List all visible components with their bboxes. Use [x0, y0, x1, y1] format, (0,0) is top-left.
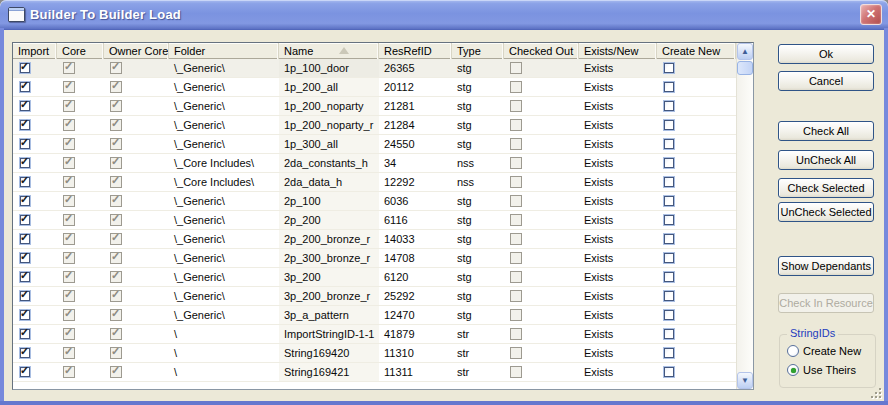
title-bar[interactable]: Builder To Builder Load ✕: [0, 0, 888, 30]
import-checkbox[interactable]: ✓: [19, 138, 31, 150]
create-new-checkbox[interactable]: [663, 290, 675, 302]
create-new-checkbox[interactable]: [663, 119, 675, 131]
import-checkbox[interactable]: ✓: [19, 214, 31, 226]
scroll-down-icon[interactable]: ▼: [737, 372, 753, 389]
create-new-checkbox[interactable]: [663, 328, 675, 340]
create-new-checkbox[interactable]: [663, 233, 675, 245]
table-row[interactable]: ✓✓✓\_Core Includes\2da_data_h12292nssExi…: [13, 173, 736, 192]
scrollbar-track[interactable]: [737, 75, 753, 372]
table-row[interactable]: ✓✓✓\_Generic\3p_200_bronze_r25292stgExis…: [13, 287, 736, 306]
cell-exists_new: Exists: [579, 211, 657, 229]
scroll-up-icon[interactable]: ▲: [737, 43, 753, 60]
table-row[interactable]: ✓✓✓\_Generic\1p_300_all24550stgExists: [13, 135, 736, 154]
create-new-checkbox[interactable]: [663, 195, 675, 207]
column-header-resrefid[interactable]: ResRefID: [379, 43, 452, 59]
table-row[interactable]: ✓✓✓\_Generic\1p_200_noparty21281stgExist…: [13, 97, 736, 116]
create-new-checkbox[interactable]: [663, 157, 675, 169]
create-new-checkbox[interactable]: [663, 62, 675, 74]
import-checkbox[interactable]: ✓: [19, 252, 31, 264]
import-checkbox[interactable]: ✓: [19, 233, 31, 245]
create-new-checkbox[interactable]: [663, 100, 675, 112]
table-row[interactable]: ✓✓✓\_Generic\1p_100_door26365stgExists: [13, 59, 736, 78]
table-row[interactable]: ✓✓✓\_Generic\2p_200_bronze_r14033stgExis…: [13, 230, 736, 249]
cell-owner_core: ✓: [104, 325, 169, 343]
table-row[interactable]: ✓✓✓\String16942011310strExists: [13, 344, 736, 363]
column-header-exists_new[interactable]: Exists/New: [579, 43, 657, 59]
vertical-scrollbar[interactable]: ▲ ▼: [736, 43, 753, 389]
cell-folder: \_Generic\: [169, 78, 279, 96]
resize-grip[interactable]: [869, 386, 882, 399]
radio-create-new[interactable]: Create New: [787, 345, 861, 357]
table-row[interactable]: ✓✓✓\_Generic\2p_2006116stgExists: [13, 211, 736, 230]
table-row[interactable]: ✓✓✓\_Generic\2p_300_bronze_r14708stgExis…: [13, 249, 736, 268]
import-checkbox[interactable]: ✓: [19, 347, 31, 359]
create-new-checkbox[interactable]: [663, 347, 675, 359]
create-new-checkbox[interactable]: [663, 214, 675, 226]
checkmark-icon: ✓: [111, 60, 120, 73]
import-checkbox[interactable]: ✓: [19, 290, 31, 302]
table-row[interactable]: ✓✓✓\_Generic\1p_200_noparty_r21284stgExi…: [13, 116, 736, 135]
column-header-name[interactable]: Name: [279, 43, 379, 59]
radio-button-icon[interactable]: [787, 364, 799, 376]
create-new-checkbox[interactable]: [663, 176, 675, 188]
import-checkbox[interactable]: ✓: [19, 309, 31, 321]
table-row[interactable]: ✓✓✓\_Generic\3p_a_pattern12470stgExists: [13, 306, 736, 325]
create-new-checkbox[interactable]: [663, 252, 675, 264]
import-checkbox[interactable]: ✓: [19, 157, 31, 169]
cell-resrefid: 24550: [379, 135, 452, 153]
create-new-checkbox[interactable]: [663, 271, 675, 283]
checkmark-icon: ✓: [20, 193, 29, 206]
import-checkbox[interactable]: ✓: [19, 100, 31, 112]
show-dependants-button[interactable]: Show Dependants: [778, 256, 874, 276]
table-row[interactable]: ✓✓✓\_Generic\2p_1006036stgExists: [13, 192, 736, 211]
table-row[interactable]: ✓✓✓\ImportStringID-1-141879strExists: [13, 325, 736, 344]
import-checkbox[interactable]: ✓: [19, 81, 31, 93]
import-checkbox[interactable]: ✓: [19, 195, 31, 207]
cell-resrefid: 21284: [379, 116, 452, 134]
column-header-create_new[interactable]: Create New: [657, 43, 736, 59]
check-selected-button[interactable]: Check Selected: [778, 178, 874, 198]
cell-name: 3p_200: [279, 268, 379, 286]
cell-resrefid: 12470: [379, 306, 452, 324]
cancel-button[interactable]: Cancel: [778, 71, 874, 91]
ok-button[interactable]: Ok: [778, 44, 874, 64]
column-header-type[interactable]: Type: [452, 43, 504, 59]
column-header-import[interactable]: Import: [13, 43, 57, 59]
table-row[interactable]: ✓✓✓\String16942111311strExists: [13, 363, 736, 382]
import-checkbox[interactable]: ✓: [19, 176, 31, 188]
column-header-owner_core[interactable]: Owner Core: [104, 43, 169, 59]
column-header-checked_out[interactable]: Checked Out: [504, 43, 579, 59]
cell-exists_new: Exists: [579, 306, 657, 324]
create-new-checkbox[interactable]: [663, 309, 675, 321]
cell-resrefid: 14708: [379, 249, 452, 267]
table-row[interactable]: ✓✓✓\_Generic\3p_2006120stgExists: [13, 268, 736, 287]
core-checkbox: ✓: [63, 119, 75, 131]
import-checkbox[interactable]: ✓: [19, 366, 31, 378]
close-icon[interactable]: ✕: [860, 4, 882, 25]
column-header-folder[interactable]: Folder: [169, 43, 279, 59]
import-checkbox[interactable]: ✓: [19, 271, 31, 283]
import-checkbox[interactable]: ✓: [19, 62, 31, 74]
radio-button-icon[interactable]: [787, 345, 799, 357]
checkmark-icon: ✓: [111, 345, 120, 358]
radio-use-theirs[interactable]: Use Theirs: [787, 364, 856, 376]
create-new-checkbox[interactable]: [663, 366, 675, 378]
checkmark-icon: ✓: [20, 174, 29, 187]
create-new-checkbox[interactable]: [663, 138, 675, 150]
checkmark-icon: ✓: [111, 231, 120, 244]
cell-name: 2p_300_bronze_r: [279, 249, 379, 267]
checkmark-icon: ✓: [111, 174, 120, 187]
table-row[interactable]: ✓✓✓\_Core Includes\2da_constants_h34nssE…: [13, 154, 736, 173]
checked-out-checkbox: [510, 328, 522, 340]
check-all-button[interactable]: Check All: [778, 121, 874, 141]
checkmark-icon: ✓: [64, 269, 73, 282]
column-header-core[interactable]: Core: [57, 43, 104, 59]
import-checkbox[interactable]: ✓: [19, 119, 31, 131]
import-checkbox[interactable]: ✓: [19, 328, 31, 340]
uncheck-selected-button[interactable]: UnCheck Selected: [778, 202, 874, 222]
cell-exists_new: Exists: [579, 268, 657, 286]
table-row[interactable]: ✓✓✓\_Generic\1p_200_all20112stgExists: [13, 78, 736, 97]
uncheck-all-button[interactable]: UnCheck All: [778, 150, 874, 170]
create-new-checkbox[interactable]: [663, 81, 675, 93]
scrollbar-thumb[interactable]: [737, 61, 753, 75]
